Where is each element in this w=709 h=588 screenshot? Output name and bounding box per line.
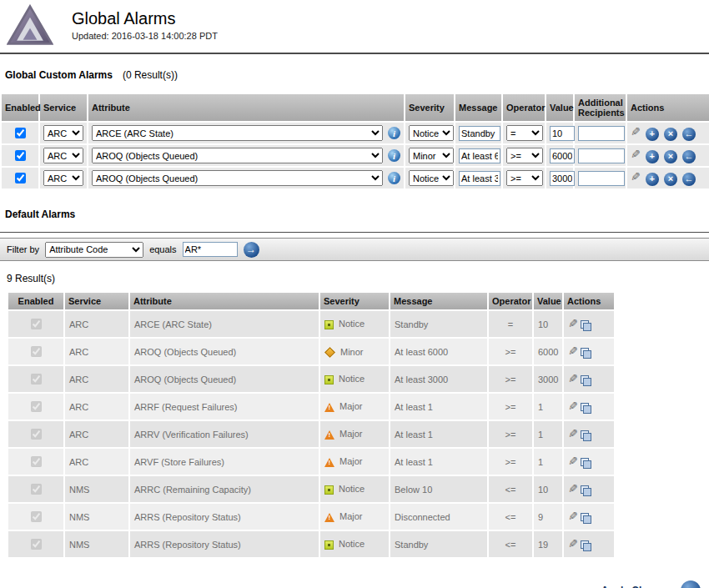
custom-alarm-row: ARC ARCE (ARC State) i Notice = ✎ + × ← [1, 122, 709, 144]
revert-icon[interactable]: ← [682, 173, 696, 186]
service-cell: ARC [64, 448, 129, 475]
enabled-checkbox[interactable] [15, 173, 26, 183]
message-input[interactable] [459, 126, 500, 141]
add-icon[interactable]: + [646, 128, 659, 141]
copy-icon[interactable] [581, 513, 591, 524]
message-cell: At least 3000 [390, 365, 488, 393]
enabled-checkbox [31, 484, 42, 495]
message-input[interactable] [459, 148, 500, 163]
add-icon[interactable]: + [646, 150, 659, 163]
copy-icon[interactable] [581, 540, 591, 551]
enabled-checkbox [31, 374, 42, 384]
info-icon[interactable]: i [388, 149, 400, 162]
copy-icon[interactable] [581, 403, 591, 414]
default-alarm-row: ARC AROQ (Objects Queued) Minor At least… [8, 338, 615, 365]
severity-select[interactable]: Notice [409, 125, 454, 141]
value-cell: 10 [533, 310, 563, 338]
edit-icon[interactable]: ✎ [568, 537, 578, 550]
service-select[interactable]: ARC [43, 148, 83, 163]
severity-cell: Major [319, 420, 390, 448]
info-icon[interactable]: i [388, 172, 400, 184]
attribute-select[interactable]: AROQ (Objects Queued) [92, 148, 383, 163]
copy-icon[interactable] [581, 375, 591, 386]
attribute-select[interactable]: ARCE (ARC State) [92, 125, 383, 141]
value-cell: 1 [533, 448, 563, 475]
message-cell: Disconnected [390, 503, 488, 530]
filter-field-select[interactable]: Attribute Code [45, 242, 143, 258]
col-actions: Actions [626, 93, 709, 122]
apply-changes-icon[interactable]: → [681, 580, 701, 588]
delete-icon[interactable]: × [664, 128, 677, 141]
edit-icon[interactable]: ✎ [568, 400, 578, 413]
severity-cell: Major [319, 503, 390, 530]
enabled-checkbox [31, 511, 42, 522]
edit-icon[interactable]: ✎ [631, 170, 641, 183]
edit-icon[interactable]: ✎ [568, 344, 578, 358]
value-input[interactable] [550, 171, 575, 186]
operator-cell: >= [488, 338, 533, 365]
operator-cell: >= [488, 420, 533, 448]
default-alarm-row: NMS ARRS (Repository Status) Notice Stan… [8, 530, 615, 558]
service-select[interactable]: ARC [43, 170, 83, 186]
default-alarm-row: ARC ARCE (ARC State) Notice Standby = 10… [8, 310, 615, 338]
severity-select[interactable]: Minor [409, 148, 454, 163]
default-alarms-table: Enabled Service Attribute Severity Messa… [7, 291, 616, 559]
recipients-input[interactable] [578, 171, 625, 186]
enabled-checkbox[interactable] [15, 128, 26, 138]
attribute-select[interactable]: AROQ (Objects Queued) [92, 170, 383, 186]
severity-cell: Minor [319, 338, 390, 365]
apply-filter-icon[interactable]: → [244, 242, 259, 258]
edit-icon[interactable]: ✎ [631, 125, 641, 138]
copy-icon[interactable] [581, 348, 591, 359]
filter-by-label: Filter by [7, 244, 39, 254]
severity-cell: Notice [319, 530, 390, 558]
severity-select[interactable]: Notice [409, 170, 454, 186]
attribute-cell: ARRS (Repository Status) [129, 530, 319, 558]
copy-icon[interactable] [581, 458, 591, 469]
custom-alarm-row: ARC AROQ (Objects Queued) i Minor >= ✎ +… [1, 144, 709, 167]
custom-alarms-header-row: Enabled Service Attribute Severity Messa… [1, 93, 709, 122]
severity-icon [324, 375, 334, 384]
revert-icon[interactable]: ← [682, 128, 696, 141]
operator-select[interactable]: >= [506, 170, 543, 186]
copy-icon[interactable] [581, 430, 591, 441]
edit-icon[interactable]: ✎ [568, 317, 578, 330]
attribute-cell: AROQ (Objects Queued) [129, 338, 319, 365]
col-additional-recipients: Additional Recipients [574, 93, 626, 122]
app-logo-icon [7, 4, 53, 48]
info-icon[interactable]: i [388, 127, 400, 139]
enabled-checkbox[interactable] [15, 150, 26, 161]
filter-value-input[interactable] [183, 242, 238, 257]
value-input[interactable] [550, 126, 575, 141]
apply-changes-button[interactable]: Apply Changes [601, 585, 674, 588]
edit-icon[interactable]: ✎ [568, 455, 578, 468]
recipients-input[interactable] [578, 148, 625, 163]
operator-select[interactable]: = [506, 125, 543, 141]
attribute-cell: ARRV (Verification Failures) [129, 420, 319, 448]
header-divider [0, 53, 709, 54]
value-cell: 3000 [533, 365, 563, 393]
value-input[interactable] [550, 148, 575, 163]
delete-icon[interactable]: × [664, 150, 677, 163]
service-cell: ARC [64, 365, 129, 393]
default-alarm-row: ARC AROQ (Objects Queued) Notice At leas… [8, 365, 615, 393]
edit-icon[interactable]: ✎ [568, 427, 578, 440]
edit-icon[interactable]: ✎ [568, 372, 578, 385]
revert-icon[interactable]: ← [682, 150, 696, 163]
attribute-cell: AROQ (Objects Queued) [129, 365, 319, 393]
value-cell: 6000 [533, 338, 563, 365]
edit-icon[interactable]: ✎ [631, 148, 641, 161]
add-icon[interactable]: + [646, 173, 659, 186]
updated-timestamp: Updated: 2016-03-18 14:00:28 PDT [72, 31, 218, 41]
copy-icon[interactable] [581, 485, 591, 496]
col-severity: Severity [405, 93, 455, 122]
delete-icon[interactable]: × [664, 173, 677, 186]
operator-select[interactable]: >= [506, 148, 543, 163]
edit-icon[interactable]: ✎ [568, 482, 578, 495]
filter-bar: Filter by Attribute Code equals → [0, 238, 709, 261]
recipients-input[interactable] [578, 126, 625, 141]
message-input[interactable] [459, 171, 500, 186]
copy-icon[interactable] [581, 320, 591, 331]
service-select[interactable]: ARC [43, 125, 83, 141]
edit-icon[interactable]: ✎ [568, 510, 578, 523]
